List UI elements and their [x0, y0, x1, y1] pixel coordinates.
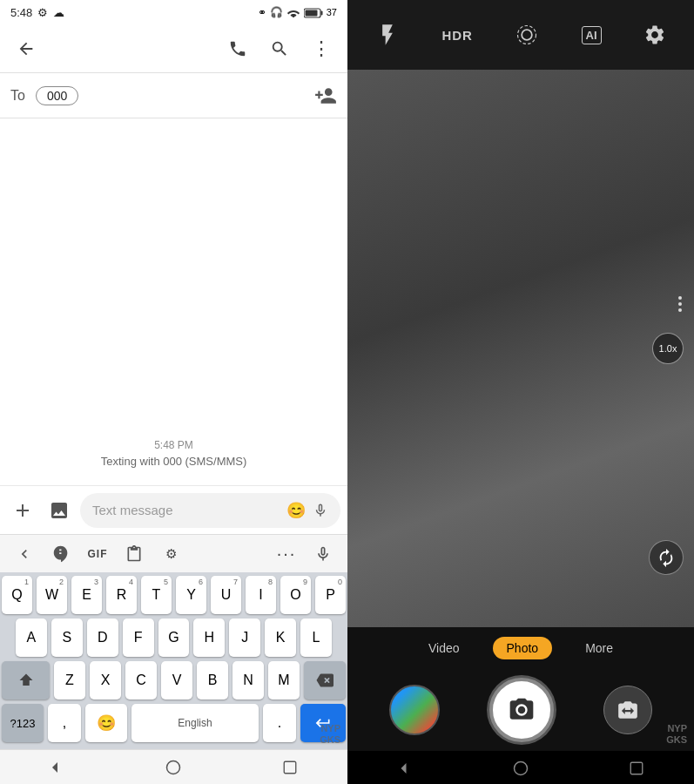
recipient-chip[interactable]: 000 — [36, 86, 78, 105]
svg-point-7 — [518, 26, 536, 44]
space-key[interactable]: English — [131, 704, 259, 742]
time-display: 5:48 — [10, 6, 32, 19]
camera-more-dots[interactable] — [678, 296, 682, 312]
cloud-icon: ☁ — [53, 6, 64, 19]
zoom-label: 1.0x — [659, 343, 677, 354]
flip-camera-button[interactable] — [603, 686, 652, 734]
message-text-input[interactable]: Text message 😊 — [80, 493, 340, 528]
bluetooth-icon: ⚭ — [258, 6, 266, 18]
cam-nav-home-button[interactable] — [495, 751, 547, 783]
hdr-button[interactable]: HDR — [435, 21, 480, 50]
key-f[interactable]: F — [123, 618, 154, 657]
shutter-button[interactable] — [489, 678, 554, 742]
numeric-mode-button[interactable]: ?123 — [2, 704, 44, 742]
cam-nav-recents-button[interactable] — [611, 752, 662, 784]
camera-viewfinder[interactable]: 1.0x — [347, 70, 694, 627]
cam-nav-back-button[interactable] — [380, 752, 430, 784]
key-t[interactable]: 5T — [141, 576, 172, 614]
live-focus-button[interactable] — [508, 16, 546, 54]
key-d[interactable]: D — [87, 618, 118, 657]
text-input-placeholder: Text message — [92, 503, 173, 517]
key-a[interactable]: A — [16, 618, 47, 657]
status-bar: 5:48 ⚙ ☁ ⚭ 🎧 37 — [0, 0, 347, 24]
gif-button[interactable]: GIF — [80, 538, 115, 570]
dot-2 — [678, 302, 682, 306]
key-x[interactable]: X — [90, 661, 121, 700]
voice-input-button[interactable] — [306, 538, 340, 570]
key-b[interactable]: B — [197, 661, 228, 700]
key-u[interactable]: 7U — [211, 576, 241, 614]
wifi-icon — [286, 6, 300, 18]
key-v[interactable]: V — [161, 661, 192, 700]
nav-home-button[interactable] — [147, 751, 199, 783]
shift-button[interactable] — [2, 661, 50, 700]
more-icon: ⋮ — [312, 37, 331, 60]
key-s[interactable]: S — [51, 618, 83, 657]
add-attachment-button[interactable] — [7, 495, 38, 526]
key-l[interactable]: L — [300, 618, 332, 657]
nav-back-button[interactable] — [32, 751, 83, 783]
keyboard: 1Q 2W 3E 4R 5T 6Y 7U 8I 9O 0P A S D F G … — [0, 572, 347, 749]
camera-nav-bar — [347, 751, 694, 784]
rotate-camera-button[interactable] — [649, 540, 684, 575]
shutter-row — [347, 668, 694, 751]
clipboard-button[interactable] — [117, 538, 152, 570]
key-q[interactable]: 1Q — [2, 576, 32, 614]
keyboard-settings-button[interactable]: ⚙ — [153, 538, 188, 570]
messaging-panel: 5:48 ⚙ ☁ ⚭ 🎧 37 — [0, 0, 347, 784]
message-area: 5:48 PM Texting with 000 (SMS/MMS) — [0, 118, 347, 485]
key-r[interactable]: 4R — [106, 576, 137, 614]
dot-3 — [678, 308, 682, 312]
camera-settings-button[interactable] — [637, 17, 673, 53]
gallery-button[interactable] — [44, 495, 75, 526]
keyboard-row-4: ?123 , 😊 English . — [2, 704, 346, 742]
key-i[interactable]: 8I — [246, 576, 276, 614]
comma-key[interactable]: , — [48, 704, 81, 742]
message-info: Texting with 000 (SMS/MMS) — [101, 455, 247, 468]
status-bar-right: ⚭ 🎧 37 — [258, 6, 337, 18]
more-mode-button[interactable]: More — [578, 636, 620, 660]
mic-icon[interactable] — [313, 501, 328, 519]
more-keyboard-button[interactable]: ··· — [269, 538, 304, 570]
key-g[interactable]: G — [158, 618, 190, 657]
key-h[interactable]: H — [193, 618, 225, 657]
sticker-button[interactable] — [44, 538, 78, 570]
camera-mode-selector: Video Photo More — [347, 627, 694, 668]
add-contact-button[interactable] — [314, 84, 337, 107]
to-field: To 000 — [0, 73, 347, 118]
key-z[interactable]: Z — [54, 661, 85, 700]
emoji-keyboard-button[interactable]: 😊 — [85, 704, 127, 742]
key-y[interactable]: 6Y — [176, 576, 206, 614]
key-e[interactable]: 3E — [71, 576, 102, 614]
backspace-button[interactable] — [304, 661, 346, 700]
nav-recents-button[interactable] — [265, 751, 315, 783]
key-c[interactable]: C — [125, 661, 157, 700]
keyboard-row-1: 1Q 2W 3E 4R 5T 6Y 7U 8I 9O 0P — [2, 576, 346, 614]
battery-percent: 37 — [327, 7, 337, 17]
photo-mode-button[interactable]: Photo — [493, 637, 553, 659]
key-m[interactable]: M — [268, 661, 300, 700]
key-p[interactable]: 0P — [315, 576, 346, 614]
key-o[interactable]: 9O — [280, 576, 311, 614]
camera-panel: HDR AI 1.0x — [347, 0, 694, 784]
camera-watermark: NYP GKS — [666, 723, 687, 746]
key-j[interactable]: J — [229, 618, 260, 657]
flash-button[interactable] — [368, 16, 407, 54]
back-button[interactable] — [7, 30, 45, 68]
keyboard-back-button[interactable] — [7, 538, 42, 570]
key-w[interactable]: 2W — [37, 576, 67, 614]
period-key[interactable]: . — [263, 704, 296, 742]
key-k[interactable]: K — [265, 618, 296, 657]
search-button[interactable] — [260, 30, 299, 68]
ai-button[interactable]: AI — [575, 19, 609, 51]
ai-label: AI — [582, 26, 602, 44]
emoji-icon[interactable]: 😊 — [286, 501, 306, 520]
svg-marker-3 — [52, 762, 57, 773]
key-n[interactable]: N — [232, 661, 264, 700]
gallery-thumbnail[interactable] — [389, 685, 440, 735]
camera-bottom: Video Photo More — [347, 627, 694, 784]
more-options-button[interactable]: ⋮ — [302, 30, 340, 68]
zoom-button[interactable]: 1.0x — [652, 333, 684, 364]
phone-button[interactable] — [219, 30, 257, 68]
video-mode-button[interactable]: Video — [421, 636, 467, 660]
